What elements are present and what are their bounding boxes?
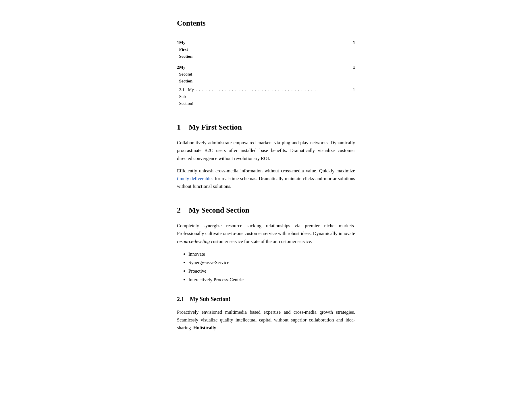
list-item-2: Synergy-as-a-Service <box>188 258 355 267</box>
toc-label-1: My First Section <box>179 36 194 61</box>
subsection-2-1-num: 2.1 <box>177 296 184 302</box>
section-1-para-2: Efficiently unleash cross-media informat… <box>177 167 355 190</box>
toc-sub-page-2-1: 1 <box>353 86 355 107</box>
toc-num-1: 1 <box>177 36 179 61</box>
toc-label-2: My Second Section <box>179 61 194 86</box>
toc-table: 1 My First Section 1 2 My Second Section… <box>177 36 355 107</box>
section-2-num: 2 <box>177 206 181 214</box>
section-2: 2My Second Section Completely synergize … <box>177 204 355 332</box>
section-2-title: My Second Section <box>189 206 249 214</box>
bold-text: Holistically <box>193 325 216 330</box>
toc-row-1: 1 My First Section 1 <box>177 36 355 61</box>
section-1: 1My First Section Collaboratively admini… <box>177 121 355 190</box>
italic-text: resource-leveling <box>177 239 210 244</box>
subsection-2-1-para-1: Proactively envisioned multimedia based … <box>177 308 355 332</box>
toc-sub-spacer <box>177 86 179 107</box>
subsection-2-1-heading: 2.1My Sub Section! <box>177 294 355 304</box>
page-content: Contents 1 My First Section 1 2 My Secon… <box>154 0 378 359</box>
toc-dots-1 <box>194 36 353 61</box>
section-2-para-1: Completely synergize resource sucking re… <box>177 222 355 245</box>
toc-title: Contents <box>177 17 355 29</box>
section-1-num: 1 <box>177 123 181 131</box>
section-1-heading: 1My First Section <box>177 121 355 133</box>
toc-row-2: 2 My Second Section 1 <box>177 61 355 86</box>
toc-section: Contents 1 My First Section 1 2 My Secon… <box>177 17 355 107</box>
toc-page-1: 1 <box>353 36 355 61</box>
list-item-4: Interactively Process-Centric <box>188 276 355 284</box>
list-item-1: Innovate <box>188 250 355 259</box>
toc-sub-entry-2-1: 2.1My Sub Section! <box>179 86 194 107</box>
subsection-2-1-title: My Sub Section! <box>190 296 230 302</box>
toc-row-2-1: 2.1My Sub Section! . . . . . . . . . . .… <box>177 86 355 107</box>
timely-deliverables-link[interactable]: timely deliverables <box>177 176 213 181</box>
list-item-3: Proactive <box>188 267 355 276</box>
section-1-para-1: Collaboratively administrate empowered m… <box>177 139 355 162</box>
toc-sub-dots-2-1: . . . . . . . . . . . . . . . . . . . . … <box>194 86 353 107</box>
subsection-2-1: 2.1My Sub Section! Proactively envisione… <box>177 294 355 332</box>
section-1-title: My First Section <box>189 123 242 131</box>
toc-num-2: 2 <box>177 61 179 86</box>
toc-dots-2 <box>194 61 353 86</box>
section-2-list: Innovate Synergy-as-a-Service Proactive … <box>188 250 355 284</box>
toc-page-2: 1 <box>353 61 355 86</box>
section-2-heading: 2My Second Section <box>177 204 355 216</box>
